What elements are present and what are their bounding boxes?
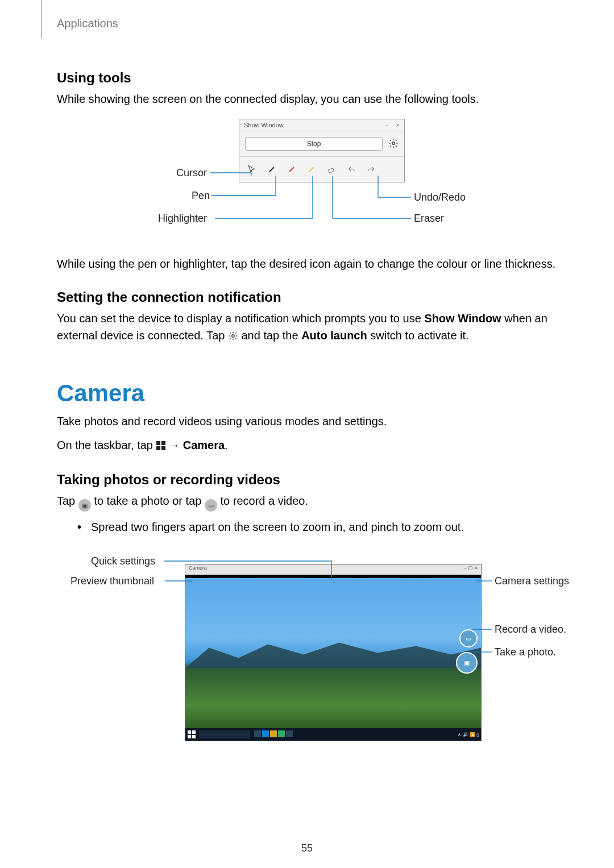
- para-camera-intro: Take photos and record videos using vari…: [57, 413, 557, 430]
- svg-rect-3: [156, 441, 160, 445]
- svg-point-2: [232, 335, 235, 338]
- show-window-illustration: Show Window – × Stop: [108, 119, 506, 250]
- svg-rect-5: [156, 446, 160, 450]
- section-header: Applications: [57, 0, 557, 53]
- para-camera-taskbar: On the taskbar, tap → Camera.: [57, 437, 557, 455]
- para-tool-note: While using the pen or highlighter, tap …: [57, 255, 557, 272]
- video-record-icon: ▭: [205, 499, 217, 512]
- para-tap-instructions: Tap ▣ to take a photo or tap ▭ to record…: [57, 492, 557, 512]
- page-number: 55: [0, 842, 614, 854]
- camera-app-illustration: Camera – ▢ × ▭ ▣ ∧ 🔊 📶 ▯ Quick settings …: [57, 547, 569, 751]
- start-menu-icon: [156, 438, 165, 455]
- para-connection-notification: You can set the device to display a noti…: [57, 310, 557, 346]
- heading-connection-notification: Setting the connection notification: [57, 289, 557, 305]
- bullet-pinch-zoom: Spread two fingers apart on the screen t…: [88, 518, 557, 535]
- svg-rect-6: [161, 446, 165, 450]
- camera-shutter-icon: ▣: [78, 499, 91, 512]
- heading-camera: Camera: [57, 380, 557, 407]
- svg-rect-4: [161, 441, 165, 445]
- gear-icon: [228, 329, 238, 346]
- para-using-tools-intro: While showing the screen on the connecte…: [57, 90, 557, 107]
- heading-taking-photos: Taking photos or recording videos: [57, 472, 557, 488]
- heading-using-tools: Using tools: [57, 70, 557, 86]
